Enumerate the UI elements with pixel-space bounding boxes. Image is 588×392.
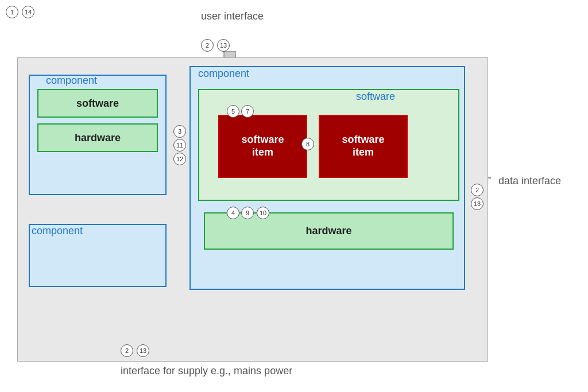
badge-5: 5 (227, 105, 239, 118)
badge-10: 10 (257, 207, 269, 219)
left-software-item: software (37, 89, 158, 118)
red-software-item-left: softwareitem (218, 115, 307, 178)
right-hardware-box: hardware (204, 212, 454, 250)
user-interface-label: user interface (201, 10, 264, 22)
badge-13-data: 13 (471, 197, 483, 210)
badge-11: 11 (173, 139, 186, 152)
badge-13-supply: 13 (137, 344, 149, 357)
inner-software-label: software (356, 91, 395, 103)
badge-2-ui: 2 (201, 39, 214, 52)
badge-12: 12 (173, 153, 186, 165)
badge-2-supply: 2 (121, 344, 133, 357)
badge-4: 4 (227, 207, 239, 219)
bottom-left-component-label: component (32, 225, 83, 237)
right-component-label: component (198, 68, 249, 80)
left-hardware-item: hardware (37, 123, 158, 152)
badge-9: 9 (241, 207, 254, 219)
badge-1: 1 (6, 6, 18, 18)
data-interface-label: data interface (498, 175, 561, 187)
diagram: user interface data interface interface … (0, 0, 588, 392)
left-upper-component-label: component (46, 75, 97, 87)
red-software-item-right: softwareitem (319, 115, 408, 178)
badge-14: 14 (22, 6, 34, 18)
badge-3: 3 (173, 125, 186, 138)
badge-7: 7 (241, 105, 254, 118)
badge-2-data: 2 (471, 184, 483, 196)
badge-8: 8 (301, 138, 314, 150)
supply-interface-label: interface for supply e.g., mains power (121, 365, 292, 377)
badge-13-ui: 13 (217, 39, 230, 52)
